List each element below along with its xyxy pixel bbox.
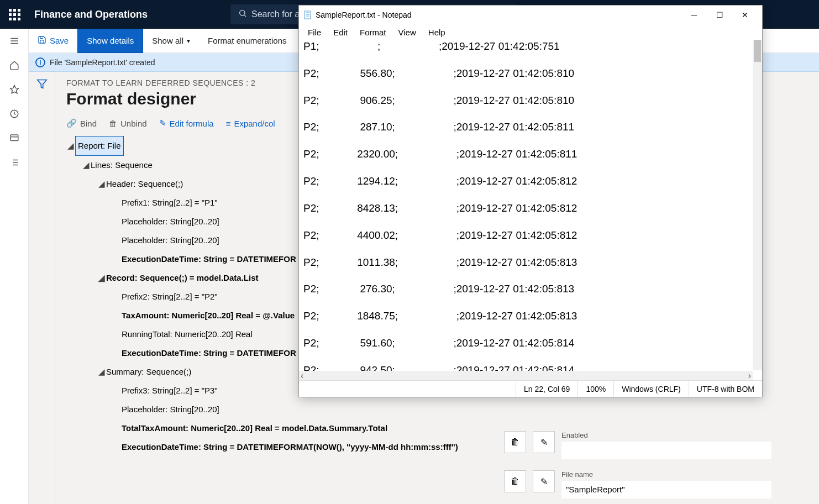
caret-icon[interactable]: ◢ (97, 363, 106, 381)
pencil-icon: ✎ (540, 476, 548, 487)
caret-icon[interactable]: ◢ (97, 175, 106, 193)
text-line[interactable]: P2; 4400.02; ;2019-12-27 01:42:05:812 (303, 229, 758, 242)
svg-rect-16 (305, 11, 311, 19)
svg-rect-7 (11, 135, 18, 141)
edit-filename-button[interactable]: ✎ (533, 470, 555, 492)
tree-node[interactable]: ExecutionDateTime: String = DATETIMEFOR (122, 250, 296, 269)
enabled-label: Enabled (561, 431, 771, 439)
text-line[interactable]: P2; 276.30; ;2019-12-27 01:42:05:813 (303, 282, 758, 296)
search-placeholder: Search for a (251, 9, 300, 19)
tree-node[interactable]: ExecutionDateTime: String = DATETIMEFOR (122, 344, 296, 363)
text-line[interactable]: P2; 2320.00; ;2019-12-27 01:42:05:811 (303, 148, 758, 161)
left-rail (0, 29, 29, 504)
menu-file[interactable]: File (303, 27, 326, 38)
svg-line-1 (244, 15, 246, 17)
text-line[interactable]: P2; 591.60; ;2019-12-27 01:42:05:814 (303, 337, 758, 350)
close-button[interactable]: ✕ (732, 7, 758, 23)
brand-title: Finance and Operations (29, 9, 148, 20)
status-zoom: 100% (578, 381, 613, 397)
rail-home-icon[interactable] (0, 53, 29, 77)
text-line[interactable]: P2; 8428.13; ;2019-12-27 01:42:05:812 (303, 202, 758, 215)
text-line[interactable]: P2; 287.10; ;2019-12-27 01:42:05:811 (303, 120, 758, 134)
scrollbar-horizontal[interactable]: ‹› (299, 371, 753, 380)
caret-icon[interactable]: ◢ (66, 136, 75, 155)
notepad-window[interactable]: SampleReport.txt - Notepad ─ ☐ ✕ File Ed… (298, 5, 763, 397)
scrollbar-vertical[interactable] (753, 40, 762, 370)
tree-node-record[interactable]: Record: Sequence(;) = model.Data.List (106, 269, 258, 287)
notepad-menubar[interactable]: File Edit Format View Help (299, 24, 762, 40)
info-icon: i (35, 57, 45, 67)
tree-node-report[interactable]: Report: File (75, 136, 124, 156)
text-line[interactable]: P2; 556.80; ;2019-12-27 01:42:05:810 (303, 67, 758, 80)
edit-formula-button[interactable]: ✎Edit formula (159, 118, 214, 128)
enabled-input[interactable] (561, 442, 771, 459)
menu-format[interactable]: Format (355, 27, 391, 38)
format-enumerations-button[interactable]: Format enumerations (199, 29, 296, 53)
caret-icon[interactable]: ◢ (82, 156, 91, 175)
notepad-body[interactable]: P1; ; ;2019-12-27 01:42:05:751 P2; 556.8… (299, 40, 762, 380)
filter-icon[interactable] (36, 78, 48, 504)
rail-modules-icon[interactable] (0, 150, 29, 175)
tree-node-lines[interactable]: Lines: Sequence (91, 156, 153, 175)
tree-node[interactable]: TotalTaxAmount: Numeric[20..20] Real = m… (122, 419, 387, 438)
svg-marker-15 (37, 80, 46, 88)
svg-point-0 (240, 11, 245, 15)
svg-marker-5 (11, 86, 19, 93)
rail-workspace-icon[interactable] (0, 126, 29, 150)
tree-node[interactable]: Placeholder: String[20..20] (122, 400, 219, 419)
text-line[interactable]: P1; ; ;2019-12-27 01:42:05:751 (303, 40, 758, 53)
caret-icon[interactable]: ◢ (97, 269, 106, 287)
tree-node[interactable]: Prefix3: String[2..2] = "P3" (122, 381, 218, 400)
search-icon (238, 9, 247, 20)
tree-node-header[interactable]: Header: Sequence(;) (106, 175, 183, 193)
notepad-title: SampleReport.txt - Notepad (316, 11, 412, 19)
menu-help[interactable]: Help (424, 27, 450, 38)
text-line[interactable]: P2; 1011.38; ;2019-12-27 01:42:05:813 (303, 256, 758, 269)
show-details-button[interactable]: Show details (77, 29, 143, 53)
text-line[interactable]: P2; 1294.12; ;2019-12-27 01:42:05:812 (303, 175, 758, 188)
waffle-menu[interactable] (0, 0, 29, 29)
edit-enabled-button[interactable]: ✎ (533, 431, 555, 453)
status-encoding: UTF-8 with BOM (689, 381, 762, 397)
filename-input[interactable] (561, 481, 771, 498)
trash-icon: 🗑 (109, 119, 117, 128)
bind-button[interactable]: 🔗Bind (66, 118, 97, 128)
status-eol: Windows (CRLF) (613, 381, 689, 397)
link-icon: 🔗 (66, 118, 77, 128)
menu-view[interactable]: View (394, 27, 421, 38)
rail-recent-icon[interactable] (0, 102, 29, 126)
pencil-icon: ✎ (540, 437, 548, 448)
tree-node-summary[interactable]: Summary: Sequence(;) (106, 363, 191, 381)
menu-edit[interactable]: Edit (329, 27, 352, 38)
status-position: Ln 22, Col 69 (516, 381, 578, 397)
notepad-titlebar[interactable]: SampleReport.txt - Notepad ─ ☐ ✕ (299, 6, 762, 24)
notepad-statusbar: Ln 22, Col 69 100% Windows (CRLF) UTF-8 … (299, 380, 762, 397)
delete-enabled-button[interactable]: 🗑 (504, 431, 526, 453)
save-icon (38, 35, 46, 46)
text-line[interactable]: P2; 1848.75; ;2019-12-27 01:42:05:813 (303, 309, 758, 323)
text-line[interactable]: P2; 906.25; ;2019-12-27 01:42:05:810 (303, 94, 758, 107)
rail-favorites-icon[interactable] (0, 77, 29, 102)
tree-node[interactable]: ExecutionDateTime: String = DATETIMEFORM… (122, 438, 458, 456)
trash-icon: 🗑 (511, 437, 519, 447)
list-icon: ≡ (226, 119, 231, 128)
tree-node[interactable]: Prefix2: String[2..2] = "P2" (122, 287, 218, 306)
tree-node[interactable]: Prefix1: String[2..2] = "P1" (122, 193, 218, 212)
chevron-down-icon: ▾ (187, 37, 190, 45)
minimize-button[interactable]: ─ (681, 7, 707, 23)
expand-collapse-button[interactable]: ≡Expand/col (226, 118, 275, 128)
tree-node[interactable]: Placeholder: String[20..20] (122, 212, 219, 231)
save-button[interactable]: Save (29, 29, 77, 53)
unbind-button[interactable]: 🗑Unbind (109, 118, 147, 128)
tree-node[interactable]: RunningTotal: Numeric[20..20] Real (122, 325, 253, 344)
tree-node[interactable]: TaxAmount: Numeric[20..20] Real = @.Valu… (122, 306, 295, 325)
show-all-button[interactable]: Show all▾ (143, 29, 199, 53)
notepad-icon (303, 11, 312, 19)
pencil-icon: ✎ (159, 118, 166, 128)
tree-node[interactable]: Placeholder: String[20..20] (122, 231, 219, 250)
rail-hamburger[interactable] (0, 29, 29, 53)
filename-label: File name (561, 470, 771, 479)
trash-icon: 🗑 (511, 476, 519, 486)
delete-filename-button[interactable]: 🗑 (504, 470, 526, 492)
maximize-button[interactable]: ☐ (707, 7, 732, 23)
